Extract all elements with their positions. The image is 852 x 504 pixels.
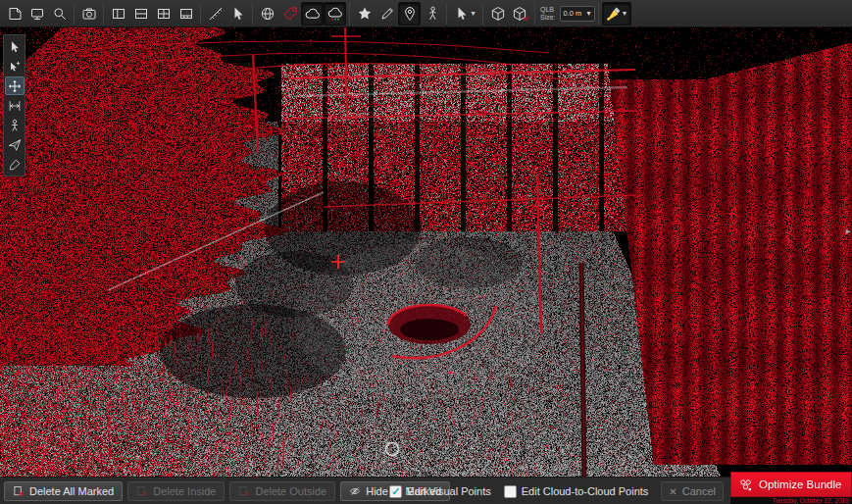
single-view-button[interactable] [107,2,129,25]
select-mark-tool-button[interactable] [5,57,25,76]
pencil-icon [379,6,395,22]
person-view-tool-button[interactable] [5,116,25,134]
quad-view-button[interactable] [152,2,175,25]
tag-button[interactable] [278,2,301,25]
viewport[interactable]: ▸ [0,27,852,477]
hide-icon [349,485,361,497]
optimize-area: Optimize Bundle Tuesday, October 22, 201… [730,472,852,504]
note-icon [7,6,23,22]
optimize-bundle-button[interactable]: Optimize Bundle [730,472,852,497]
chevron-down-icon: ▾ [471,9,475,18]
left-toolbar [3,34,25,176]
view-cube-button[interactable] [486,2,509,25]
view4-icon [178,6,194,22]
qlb-size-value: 0.0 m [564,9,582,18]
measure-distance-tool-button[interactable] [5,96,25,115]
favorite-button[interactable] [353,2,376,25]
qlb-size-dropdown[interactable]: 0.0 m▾ [560,6,595,22]
flashlight-button[interactable]: ▾ [602,2,631,25]
snapshot-button[interactable] [77,2,100,25]
flash-icon [606,6,622,22]
qlb-label-line1: QLB [540,6,556,14]
delete-outside-label: Delete Outside [255,485,326,497]
edit-cloud-to-cloud-checkbox[interactable]: Edit Cloud-to-Cloud Points [504,485,649,498]
qlb-label-line2: Size: [540,14,556,22]
fly-mode-tool-button[interactable] [5,135,25,154]
cloud-color-button[interactable] [324,2,346,25]
view3-icon [156,6,172,22]
qlb-size-label: QLBSize: [540,6,556,22]
cancel-button[interactable]: ✕ Cancel [661,481,724,501]
orbit-button[interactable] [256,2,278,25]
note-button[interactable] [3,2,25,25]
bottom-toolbar: Delete All MarkedDelete InsideDelete Out… [0,477,852,504]
model-manager-button[interactable] [509,2,531,25]
move-icon [8,79,22,93]
edit-cloud-to-cloud-label: Edit Cloud-to-Cloud Points [522,485,649,497]
bundle-icon [738,478,753,492]
delete-outside-button: Delete Outside [229,481,335,501]
delete-inside-label: Delete Inside [153,485,216,497]
toolbar-separator [534,3,535,25]
toolbar-separator [482,3,483,25]
cancel-label: Cancel [682,485,716,497]
toolbar-separator [598,3,599,25]
plane-icon [8,138,22,152]
close-icon: ✕ [669,486,677,497]
edit-cloud-to-cloud-checkbox-box[interactable] [504,485,517,498]
delete-inside-button: Delete Inside [127,481,225,501]
point-cloud-button[interactable] [301,2,324,25]
cloud2-icon [327,6,343,22]
camera-icon [81,6,97,22]
pin-icon [402,6,418,22]
drop-pin-button[interactable] [398,2,421,25]
chevron-down-icon: ▾ [587,9,591,18]
cubem-icon [513,6,528,22]
edit-checkboxes: ✓Edit Visual PointsEdit Cloud-to-Cloud P… [389,485,648,498]
cloud-icon [305,6,321,22]
doc-x-icon [238,485,250,497]
ruler-icon [208,6,224,22]
panel-expander[interactable]: ▸ [845,226,851,236]
optimize-bundle-label: Optimize Bundle [759,479,841,490]
paint-select-tool-button[interactable] [5,155,25,174]
point-cloud-canvas[interactable] [0,27,852,477]
walk-mode-button[interactable] [421,2,443,25]
app-window: ▾QLBSize:0.0 m▾▾ ▸ Delete All MarkedDele… [0,0,852,504]
cursor-star-icon [8,60,22,74]
select-tool-button[interactable] [5,37,25,56]
view1-icon [111,6,126,22]
edit-visual-points-label: Edit Visual Points [407,485,490,497]
zoom-icon [52,6,68,22]
cursor-icon [454,6,470,22]
doc-x-icon [136,485,148,497]
toolbar-separator [200,3,201,25]
star-icon [357,6,373,22]
fit-view-button[interactable] [25,2,48,25]
walk-icon [425,6,440,22]
zoom-window-button[interactable] [48,2,71,25]
delete-all-marked-label: Delete All Marked [29,485,114,497]
delete-all-marked-button[interactable]: Delete All Marked [4,481,123,501]
toolbar-separator [103,3,104,25]
cursor-icon [8,40,22,54]
monitor-icon [29,6,45,22]
label-icon [282,6,298,22]
pan-tool-button[interactable] [5,76,25,95]
view2-icon [133,6,149,22]
measure-button[interactable] [204,2,226,25]
globe-icon [260,6,276,22]
image-strip-button[interactable] [175,2,197,25]
edit-visual-points-checkbox[interactable]: ✓Edit Visual Points [389,485,490,498]
selection-mode-button[interactable]: ▾ [450,2,479,25]
edit-visual-points-checkbox-box[interactable]: ✓ [389,485,402,498]
pick-button[interactable] [226,2,249,25]
edit-options: ✓Edit Visual PointsEdit Cloud-to-Cloud P… [389,478,724,504]
doc-x-icon [13,485,25,497]
cube-icon [490,6,506,22]
brush-icon [8,158,22,172]
toolbar-separator [446,3,447,25]
split-view-button[interactable] [129,2,152,25]
status-date: Tuesday, October 22, 2019 [730,497,852,504]
annotate-button[interactable] [376,2,398,25]
